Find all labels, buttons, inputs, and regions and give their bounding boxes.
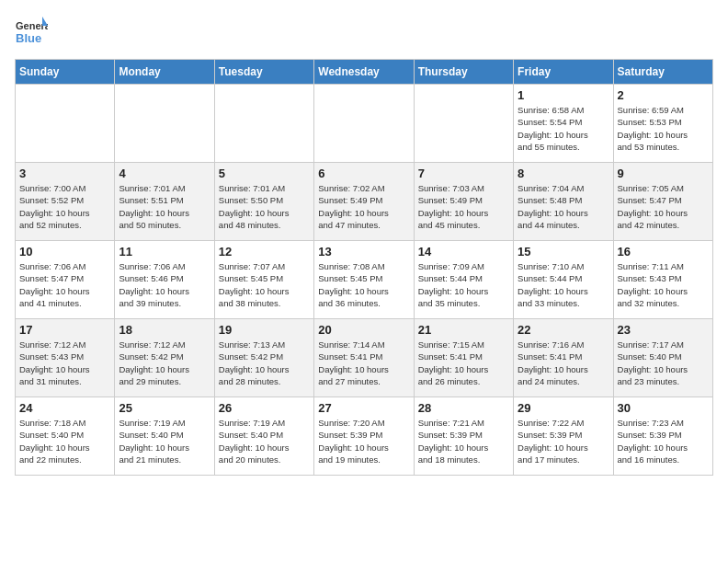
calendar-cell [115, 85, 214, 163]
weekday-header-tuesday: Tuesday [214, 60, 313, 85]
calendar-cell: 23Sunrise: 7:17 AM Sunset: 5:40 PM Dayli… [613, 319, 712, 397]
day-info: Sunrise: 7:22 AM Sunset: 5:39 PM Dayligh… [518, 417, 609, 465]
day-info: Sunrise: 7:07 AM Sunset: 5:45 PM Dayligh… [219, 260, 310, 309]
calendar-week-5: 24Sunrise: 7:18 AM Sunset: 5:40 PM Dayli… [16, 397, 713, 476]
day-info: Sunrise: 7:08 AM Sunset: 5:45 PM Dayligh… [318, 260, 409, 309]
day-info: Sunrise: 7:12 AM Sunset: 5:42 PM Dayligh… [119, 339, 210, 387]
calendar-cell: 20Sunrise: 7:14 AM Sunset: 5:41 PM Dayli… [314, 319, 414, 397]
day-number: 15 [518, 245, 609, 259]
calendar-cell: 3Sunrise: 7:00 AM Sunset: 5:52 PM Daylig… [16, 163, 115, 241]
calendar-cell: 18Sunrise: 7:12 AM Sunset: 5:42 PM Dayli… [115, 319, 214, 397]
day-number: 29 [518, 401, 609, 415]
day-number: 25 [119, 401, 210, 415]
day-number: 1 [518, 88, 609, 102]
day-number: 10 [19, 245, 110, 259]
calendar-cell: 30Sunrise: 7:23 AM Sunset: 5:39 PM Dayli… [613, 397, 712, 476]
weekday-header-wednesday: Wednesday [314, 60, 414, 85]
calendar-cell: 13Sunrise: 7:08 AM Sunset: 5:45 PM Dayli… [314, 241, 414, 319]
day-number: 22 [518, 323, 609, 337]
day-info: Sunrise: 7:19 AM Sunset: 5:40 PM Dayligh… [219, 417, 310, 465]
calendar-cell: 26Sunrise: 7:19 AM Sunset: 5:40 PM Dayli… [214, 397, 313, 476]
calendar-cell: 12Sunrise: 7:07 AM Sunset: 5:45 PM Dayli… [214, 241, 313, 319]
day-number: 2 [618, 88, 709, 102]
calendar-week-2: 3Sunrise: 7:00 AM Sunset: 5:52 PM Daylig… [16, 163, 713, 241]
day-info: Sunrise: 6:59 AM Sunset: 5:53 PM Dayligh… [618, 104, 709, 153]
calendar-week-1: 1Sunrise: 6:58 AM Sunset: 5:54 PM Daylig… [16, 85, 713, 163]
logo: General Blue [15, 15, 48, 48]
calendar-cell: 11Sunrise: 7:06 AM Sunset: 5:46 PM Dayli… [115, 241, 214, 319]
day-number: 13 [318, 245, 409, 259]
day-number: 24 [19, 401, 110, 415]
calendar-cell: 17Sunrise: 7:12 AM Sunset: 5:43 PM Dayli… [16, 319, 115, 397]
day-number: 17 [19, 323, 110, 337]
day-number: 8 [518, 167, 609, 180]
day-number: 5 [219, 167, 310, 180]
day-number: 26 [219, 401, 310, 415]
calendar-cell: 5Sunrise: 7:01 AM Sunset: 5:50 PM Daylig… [214, 163, 313, 241]
day-info: Sunrise: 7:01 AM Sunset: 5:50 PM Dayligh… [219, 182, 310, 231]
header: General Blue [15, 15, 713, 48]
weekday-header-saturday: Saturday [613, 60, 712, 85]
calendar-cell: 21Sunrise: 7:15 AM Sunset: 5:41 PM Dayli… [414, 319, 513, 397]
calendar-cell: 6Sunrise: 7:02 AM Sunset: 5:49 PM Daylig… [314, 163, 414, 241]
calendar-table: SundayMondayTuesdayWednesdayThursdayFrid… [15, 59, 713, 476]
calendar-cell: 24Sunrise: 7:18 AM Sunset: 5:40 PM Dayli… [16, 397, 115, 476]
day-number: 18 [119, 323, 210, 337]
calendar-week-3: 10Sunrise: 7:06 AM Sunset: 5:47 PM Dayli… [16, 241, 713, 319]
day-info: Sunrise: 7:11 AM Sunset: 5:43 PM Dayligh… [618, 260, 709, 309]
weekday-header-sunday: Sunday [16, 60, 115, 85]
day-number: 16 [618, 245, 709, 259]
calendar-cell [16, 85, 115, 163]
svg-text:Blue: Blue [16, 31, 41, 45]
day-info: Sunrise: 7:21 AM Sunset: 5:39 PM Dayligh… [418, 417, 509, 465]
day-info: Sunrise: 7:06 AM Sunset: 5:47 PM Dayligh… [19, 260, 110, 309]
day-info: Sunrise: 7:14 AM Sunset: 5:41 PM Dayligh… [318, 339, 409, 387]
weekday-header-friday: Friday [514, 60, 613, 85]
calendar-cell: 9Sunrise: 7:05 AM Sunset: 5:47 PM Daylig… [613, 163, 712, 241]
weekday-header-monday: Monday [115, 60, 214, 85]
day-number: 30 [618, 401, 709, 415]
calendar-cell [314, 85, 414, 163]
day-info: Sunrise: 7:10 AM Sunset: 5:44 PM Dayligh… [518, 260, 609, 309]
calendar-cell [414, 85, 513, 163]
day-info: Sunrise: 7:20 AM Sunset: 5:39 PM Dayligh… [318, 417, 409, 465]
calendar-cell: 19Sunrise: 7:13 AM Sunset: 5:42 PM Dayli… [214, 319, 313, 397]
calendar-cell: 7Sunrise: 7:03 AM Sunset: 5:49 PM Daylig… [414, 163, 513, 241]
calendar-cell: 29Sunrise: 7:22 AM Sunset: 5:39 PM Dayli… [514, 397, 613, 476]
day-number: 7 [418, 167, 509, 180]
day-info: Sunrise: 6:58 AM Sunset: 5:54 PM Dayligh… [518, 104, 609, 153]
day-number: 4 [119, 167, 210, 180]
day-number: 28 [418, 401, 509, 415]
calendar-cell: 28Sunrise: 7:21 AM Sunset: 5:39 PM Dayli… [414, 397, 513, 476]
day-info: Sunrise: 7:00 AM Sunset: 5:52 PM Dayligh… [19, 182, 110, 231]
day-info: Sunrise: 7:02 AM Sunset: 5:49 PM Dayligh… [318, 182, 409, 231]
calendar-cell: 14Sunrise: 7:09 AM Sunset: 5:44 PM Dayli… [414, 241, 513, 319]
calendar-cell: 27Sunrise: 7:20 AM Sunset: 5:39 PM Dayli… [314, 397, 414, 476]
day-info: Sunrise: 7:19 AM Sunset: 5:40 PM Dayligh… [119, 417, 210, 465]
day-number: 9 [618, 167, 709, 180]
day-info: Sunrise: 7:12 AM Sunset: 5:43 PM Dayligh… [19, 339, 110, 387]
calendar-cell: 4Sunrise: 7:01 AM Sunset: 5:51 PM Daylig… [115, 163, 214, 241]
day-number: 14 [418, 245, 509, 259]
day-number: 21 [418, 323, 509, 337]
day-number: 12 [219, 245, 310, 259]
day-info: Sunrise: 7:01 AM Sunset: 5:51 PM Dayligh… [119, 182, 210, 231]
day-info: Sunrise: 7:15 AM Sunset: 5:41 PM Dayligh… [418, 339, 509, 387]
calendar-cell: 1Sunrise: 6:58 AM Sunset: 5:54 PM Daylig… [514, 85, 613, 163]
day-info: Sunrise: 7:03 AM Sunset: 5:49 PM Dayligh… [418, 182, 509, 231]
day-info: Sunrise: 7:06 AM Sunset: 5:46 PM Dayligh… [119, 260, 210, 309]
day-number: 27 [318, 401, 409, 415]
day-info: Sunrise: 7:13 AM Sunset: 5:42 PM Dayligh… [219, 339, 310, 387]
calendar-cell: 8Sunrise: 7:04 AM Sunset: 5:48 PM Daylig… [514, 163, 613, 241]
day-info: Sunrise: 7:05 AM Sunset: 5:47 PM Dayligh… [618, 182, 709, 231]
calendar-week-4: 17Sunrise: 7:12 AM Sunset: 5:43 PM Dayli… [16, 319, 713, 397]
calendar-cell: 15Sunrise: 7:10 AM Sunset: 5:44 PM Dayli… [514, 241, 613, 319]
calendar-header: SundayMondayTuesdayWednesdayThursdayFrid… [16, 60, 713, 85]
calendar-cell: 10Sunrise: 7:06 AM Sunset: 5:47 PM Dayli… [16, 241, 115, 319]
day-info: Sunrise: 7:17 AM Sunset: 5:40 PM Dayligh… [618, 339, 709, 387]
calendar-cell [214, 85, 313, 163]
day-number: 3 [19, 167, 110, 180]
day-info: Sunrise: 7:16 AM Sunset: 5:41 PM Dayligh… [518, 339, 609, 387]
calendar-cell: 16Sunrise: 7:11 AM Sunset: 5:43 PM Dayli… [613, 241, 712, 319]
calendar-cell: 25Sunrise: 7:19 AM Sunset: 5:40 PM Dayli… [115, 397, 214, 476]
